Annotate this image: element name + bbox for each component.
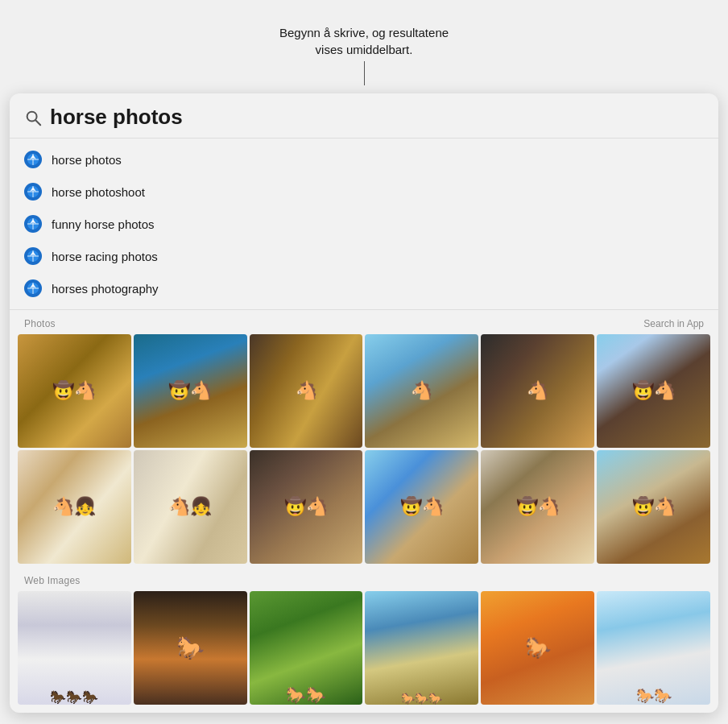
photo-content: 🤠🐴 — [18, 334, 131, 448]
web-image-thumbnail[interactable] — [597, 591, 710, 705]
suggestion-label: horse racing photos — [52, 250, 158, 263]
photo-thumbnail[interactable]: 🐴👧 — [134, 450, 247, 564]
photo-content: 🐴 — [250, 334, 363, 448]
tooltip-line-indicator — [364, 61, 365, 85]
photo-thumbnail[interactable]: 🐴 — [365, 334, 478, 448]
photos-grid: 🤠🐴 🤠🐴 🐴 🐴 🐴 🤠🐴 🐴👧 🐴👧 — [10, 334, 718, 564]
search-in-app-button[interactable]: Search in App — [643, 318, 704, 329]
app-container: Begynn å skrive, og resultatene vises um… — [10, 16, 718, 713]
suggestion-item[interactable]: horses photography — [10, 272, 718, 304]
photo-content: 🤠🐴 — [250, 450, 363, 564]
web-images-section-title: Web Images — [24, 575, 81, 586]
web-images-grid — [10, 591, 718, 705]
photo-thumbnail[interactable]: 🐴 — [481, 334, 594, 448]
suggestions-list: horse photos horse photoshoot — [10, 139, 718, 310]
photo-thumbnail[interactable]: 🤠🐴 — [134, 334, 247, 448]
photo-content: 🐴👧 — [18, 450, 131, 564]
photo-content: 🐴 — [365, 334, 478, 448]
photo-content: 🤠🐴 — [597, 450, 710, 564]
web-images-section-header: Web Images — [10, 567, 718, 591]
web-image-thumbnail[interactable] — [250, 591, 363, 705]
photo-content: 🐴👧 — [134, 450, 247, 564]
photo-content: 🤠🐴 — [481, 450, 594, 564]
suggestion-label: horse photoshoot — [52, 185, 145, 199]
web-image-thumbnail[interactable] — [18, 591, 131, 705]
web-image-thumbnail[interactable] — [134, 591, 247, 705]
photo-thumbnail[interactable]: 🤠🐴 — [250, 450, 363, 564]
photo-thumbnail[interactable]: 🐴👧 — [18, 450, 131, 564]
photo-thumbnail[interactable]: 🤠🐴 — [18, 334, 131, 448]
photo-thumbnail[interactable]: 🤠🐴 — [597, 450, 710, 564]
suggestion-item[interactable]: horse photos — [10, 143, 718, 176]
suggestion-item[interactable]: horse photoshoot — [10, 176, 718, 208]
photo-content: 🤠🐴 — [597, 334, 710, 448]
photo-thumbnail[interactable]: 🐴 — [250, 334, 363, 448]
search-panel: horse photos horse photoshoot — [10, 93, 718, 713]
photo-content: 🤠🐴 — [365, 450, 478, 564]
tooltip-line2: vises umiddelbart. — [316, 43, 413, 56]
search-bar — [10, 93, 718, 139]
photo-content: 🤠🐴 — [134, 334, 247, 448]
suggestion-label: funny horse photos — [52, 217, 155, 231]
tooltip-line1: Begynn å skrive, og resultatene — [279, 26, 449, 39]
suggestion-label: horses photography — [52, 282, 159, 296]
photos-section-header: Photos Search in App — [10, 310, 718, 334]
suggestion-item-horse-racing[interactable]: horse racing photos — [10, 240, 718, 272]
search-icon — [24, 109, 42, 126]
web-image-thumbnail[interactable] — [365, 591, 478, 705]
tooltip-area: Begynn å skrive, og resultatene vises um… — [10, 24, 718, 85]
photo-thumbnail[interactable]: 🤠🐴 — [365, 450, 478, 564]
suggestion-label: horse photos — [52, 153, 122, 167]
web-image-thumbnail[interactable] — [481, 591, 594, 705]
photos-section-title: Photos — [24, 318, 56, 329]
svg-line-1 — [35, 120, 40, 125]
photo-thumbnail[interactable]: 🤠🐴 — [481, 450, 594, 564]
photo-content: 🐴 — [481, 334, 594, 448]
photo-thumbnail[interactable]: 🤠🐴 — [597, 334, 710, 448]
suggestion-item[interactable]: funny horse photos — [10, 208, 718, 240]
tooltip-text: Begynn å skrive, og resultatene vises um… — [279, 24, 449, 58]
search-input[interactable] — [50, 105, 704, 130]
